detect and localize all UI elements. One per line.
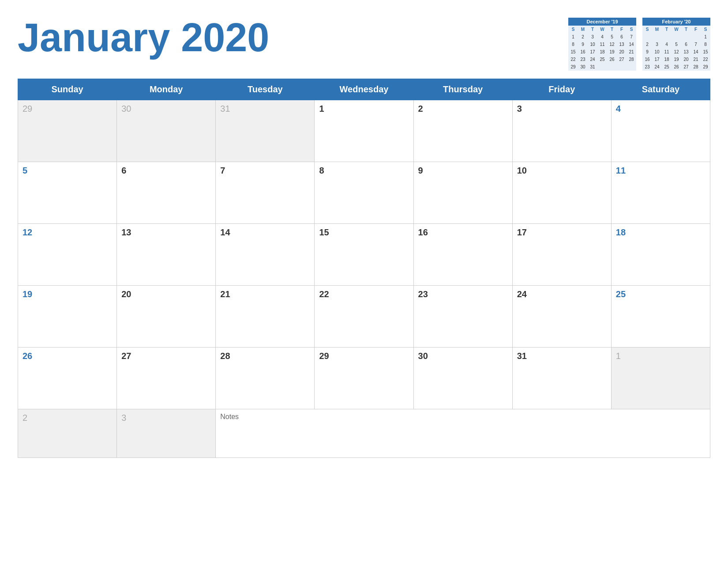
calendar-cell[interactable]: 7: [216, 162, 315, 224]
day-number: 5: [23, 166, 27, 175]
calendar-week: 2930311234: [18, 100, 710, 162]
day-number: 31: [220, 104, 230, 113]
calendar-cell[interactable]: 13: [117, 224, 216, 286]
day-number: 2: [23, 413, 27, 423]
notes-row: 23Notes: [18, 409, 710, 458]
calendar-cell[interactable]: 29: [315, 348, 413, 409]
mini-calendar: December '19SMTWTFS123456789101112131415…: [568, 18, 636, 71]
calendar-cell[interactable]: 10: [512, 162, 611, 224]
calendar-week: 567891011: [18, 162, 710, 224]
day-number: 8: [319, 166, 324, 175]
calendar-cell[interactable]: 6: [117, 162, 216, 224]
calendar-cell[interactable]: 3: [117, 409, 216, 458]
calendar-cell[interactable]: 9: [413, 162, 512, 224]
calendar-cell[interactable]: 2: [18, 409, 117, 458]
day-number: 15: [319, 227, 329, 237]
calendar-cell[interactable]: 26: [18, 348, 117, 409]
day-number: 28: [220, 351, 230, 361]
calendar-cell[interactable]: 4: [611, 100, 710, 162]
day-number: 6: [121, 166, 126, 175]
day-number: 13: [121, 227, 131, 237]
day-number: 31: [517, 351, 527, 361]
calendar-cell[interactable]: 25: [611, 286, 710, 348]
mini-cal-title: February '20: [642, 18, 710, 26]
calendar-cell[interactable]: 21: [216, 286, 315, 348]
calendar-cell[interactable]: 18: [611, 224, 710, 286]
calendar-week: 19202122232425: [18, 286, 710, 348]
day-number: 20: [121, 289, 131, 299]
calendar-cell[interactable]: 14: [216, 224, 315, 286]
calendar-week: 12131415161718: [18, 224, 710, 286]
day-number: 29: [319, 351, 329, 361]
day-number: 12: [23, 227, 32, 237]
day-number: 10: [517, 166, 527, 175]
day-number: 22: [319, 289, 329, 299]
calendar-cell[interactable]: 19: [18, 286, 117, 348]
notes-cell[interactable]: Notes: [216, 409, 710, 458]
day-number: 30: [418, 351, 428, 361]
day-number: 29: [23, 104, 32, 113]
calendar-cell[interactable]: 2: [413, 100, 512, 162]
calendar-cell[interactable]: 8: [315, 162, 413, 224]
day-number: 9: [418, 166, 423, 175]
day-number: 3: [517, 104, 522, 113]
notes-label: Notes: [220, 413, 239, 420]
day-number: 11: [616, 166, 626, 175]
calendar-cell[interactable]: 1: [611, 348, 710, 409]
calendar-cell[interactable]: 27: [117, 348, 216, 409]
day-number: 3: [121, 413, 126, 423]
day-number: 17: [517, 227, 527, 237]
day-number: 26: [23, 351, 32, 361]
calendar-cell[interactable]: 30: [413, 348, 512, 409]
weekday-header: Sunday: [18, 79, 117, 100]
calendar-body: 2930311234567891011121314151617181920212…: [18, 100, 710, 458]
day-number: 2: [418, 104, 423, 113]
calendar-cell[interactable]: 16: [413, 224, 512, 286]
calendar-cell[interactable]: 23: [413, 286, 512, 348]
calendar-cell[interactable]: 5: [18, 162, 117, 224]
weekdays-header: SundayMondayTuesdayWednesdayThursdayFrid…: [18, 79, 710, 100]
calendar-cell[interactable]: 31: [512, 348, 611, 409]
day-number: 24: [517, 289, 527, 299]
day-number: 7: [220, 166, 225, 175]
calendar-cell[interactable]: 17: [512, 224, 611, 286]
month-title: January 2020: [18, 13, 269, 57]
calendar-cell[interactable]: 29: [18, 100, 117, 162]
day-number: 30: [121, 104, 131, 113]
calendar-cell[interactable]: 28: [216, 348, 315, 409]
calendar-cell[interactable]: 24: [512, 286, 611, 348]
mini-cal-title: December '19: [568, 18, 636, 26]
day-number: 16: [418, 227, 428, 237]
day-number: 23: [418, 289, 428, 299]
day-number: 27: [121, 351, 131, 361]
calendar-cell[interactable]: 1: [315, 100, 413, 162]
day-number: 19: [23, 289, 32, 299]
day-number: 21: [220, 289, 230, 299]
day-number: 1: [319, 104, 324, 113]
weekday-header: Tuesday: [216, 79, 315, 100]
weekday-header: Thursday: [413, 79, 512, 100]
calendar-cell[interactable]: 12: [18, 224, 117, 286]
calendar-cell[interactable]: 3: [512, 100, 611, 162]
calendar-week: 2627282930311: [18, 348, 710, 409]
calendar-cell[interactable]: 31: [216, 100, 315, 162]
calendar-cell[interactable]: 22: [315, 286, 413, 348]
calendar-grid: SundayMondayTuesdayWednesdayThursdayFrid…: [18, 79, 710, 458]
weekday-header: Friday: [512, 79, 611, 100]
weekday-header: Monday: [117, 79, 216, 100]
weekday-header: Wednesday: [315, 79, 413, 100]
day-number: 14: [220, 227, 230, 237]
calendar-cell[interactable]: 15: [315, 224, 413, 286]
calendar-cell[interactable]: 20: [117, 286, 216, 348]
day-number: 25: [616, 289, 626, 299]
day-number: 18: [616, 227, 626, 237]
top-section: January 2020 December '19SMTWTFS12345678…: [18, 13, 710, 71]
calendar-cell[interactable]: 11: [611, 162, 710, 224]
mini-calendars: December '19SMTWTFS123456789101112131415…: [568, 18, 710, 71]
day-number: 4: [616, 104, 621, 113]
weekday-header: Saturday: [611, 79, 710, 100]
calendar-cell[interactable]: 30: [117, 100, 216, 162]
mini-calendar: February '20SMTWTFS123456789101112131415…: [642, 18, 710, 71]
day-number: 1: [616, 351, 621, 361]
